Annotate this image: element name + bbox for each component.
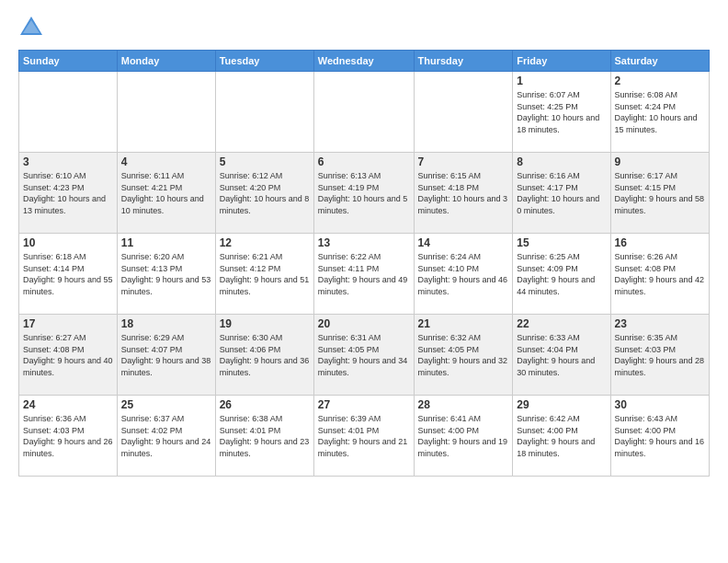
day-number: 19 [220,317,310,330]
calendar-cell: 27Sunrise: 6:39 AM Sunset: 4:01 PM Dayli… [313,396,414,477]
day-info: Sunrise: 6:27 AM Sunset: 4:08 PM Dayligh… [23,332,113,378]
calendar-cell: 14Sunrise: 6:24 AM Sunset: 4:10 PM Dayli… [414,234,513,315]
calendar-cell: 11Sunrise: 6:20 AM Sunset: 4:13 PM Dayli… [117,234,215,315]
calendar-cell: 22Sunrise: 6:33 AM Sunset: 4:04 PM Dayli… [513,315,610,396]
day-number: 28 [418,398,509,411]
col-header-thursday: Thursday [414,51,513,72]
calendar-cell: 2Sunrise: 6:08 AM Sunset: 4:24 PM Daylig… [610,72,709,153]
calendar-cell: 9Sunrise: 6:17 AM Sunset: 4:15 PM Daylig… [610,153,709,234]
day-number: 14 [418,236,509,249]
calendar-cell: 12Sunrise: 6:21 AM Sunset: 4:12 PM Dayli… [215,234,313,315]
header [18,15,710,40]
calendar-cell: 10Sunrise: 6:18 AM Sunset: 4:14 PM Dayli… [19,234,118,315]
day-info: Sunrise: 6:29 AM Sunset: 4:07 PM Dayligh… [121,332,211,378]
day-info: Sunrise: 6:38 AM Sunset: 4:01 PM Dayligh… [220,413,310,459]
calendar-cell [117,72,215,153]
day-info: Sunrise: 6:20 AM Sunset: 4:13 PM Dayligh… [121,251,211,297]
day-info: Sunrise: 6:33 AM Sunset: 4:04 PM Dayligh… [517,332,606,378]
col-header-tuesday: Tuesday [215,51,313,72]
page: SundayMondayTuesdayWednesdayThursdayFrid… [0,0,728,563]
day-info: Sunrise: 6:25 AM Sunset: 4:09 PM Dayligh… [517,251,606,297]
week-row-4: 24Sunrise: 6:36 AM Sunset: 4:03 PM Dayli… [19,396,710,477]
day-number: 24 [23,398,113,411]
day-info: Sunrise: 6:21 AM Sunset: 4:12 PM Dayligh… [220,251,310,297]
day-info: Sunrise: 6:31 AM Sunset: 4:05 PM Dayligh… [318,332,410,378]
day-info: Sunrise: 6:10 AM Sunset: 4:23 PM Dayligh… [23,170,113,216]
day-number: 10 [23,236,113,249]
logo-icon [18,15,44,40]
day-info: Sunrise: 6:24 AM Sunset: 4:10 PM Dayligh… [418,251,509,297]
calendar-cell: 16Sunrise: 6:26 AM Sunset: 4:08 PM Dayli… [610,234,709,315]
calendar-cell: 3Sunrise: 6:10 AM Sunset: 4:23 PM Daylig… [19,153,118,234]
day-number: 3 [23,155,113,168]
day-info: Sunrise: 6:13 AM Sunset: 4:19 PM Dayligh… [318,170,410,216]
day-number: 1 [517,75,606,87]
calendar-cell: 25Sunrise: 6:37 AM Sunset: 4:02 PM Dayli… [117,396,215,477]
day-number: 15 [517,236,606,249]
calendar-cell [215,72,313,153]
col-header-wednesday: Wednesday [313,51,414,72]
day-number: 18 [121,317,211,330]
day-number: 9 [615,155,705,168]
calendar-cell: 15Sunrise: 6:25 AM Sunset: 4:09 PM Dayli… [513,234,610,315]
calendar-cell: 4Sunrise: 6:11 AM Sunset: 4:21 PM Daylig… [117,153,215,234]
day-info: Sunrise: 6:16 AM Sunset: 4:17 PM Dayligh… [517,170,606,216]
day-info: Sunrise: 6:18 AM Sunset: 4:14 PM Dayligh… [23,251,113,297]
calendar-cell: 19Sunrise: 6:30 AM Sunset: 4:06 PM Dayli… [215,315,313,396]
calendar-cell: 17Sunrise: 6:27 AM Sunset: 4:08 PM Dayli… [19,315,118,396]
day-info: Sunrise: 6:26 AM Sunset: 4:08 PM Dayligh… [615,251,705,297]
col-header-saturday: Saturday [610,51,709,72]
day-number: 12 [220,236,310,249]
day-number: 13 [318,236,410,249]
day-number: 4 [121,155,211,168]
calendar-header-row: SundayMondayTuesdayWednesdayThursdayFrid… [19,51,710,72]
day-number: 25 [121,398,211,411]
day-number: 20 [318,317,410,330]
day-number: 2 [615,75,705,87]
day-number: 23 [615,317,705,330]
calendar-cell: 6Sunrise: 6:13 AM Sunset: 4:19 PM Daylig… [313,153,414,234]
col-header-friday: Friday [513,51,610,72]
week-row-0: 1Sunrise: 6:07 AM Sunset: 4:25 PM Daylig… [19,72,710,153]
day-info: Sunrise: 6:11 AM Sunset: 4:21 PM Dayligh… [121,170,211,216]
day-info: Sunrise: 6:08 AM Sunset: 4:24 PM Dayligh… [615,89,705,135]
col-header-monday: Monday [117,51,215,72]
day-info: Sunrise: 6:12 AM Sunset: 4:20 PM Dayligh… [220,170,310,216]
calendar-cell: 7Sunrise: 6:15 AM Sunset: 4:18 PM Daylig… [414,153,513,234]
day-info: Sunrise: 6:37 AM Sunset: 4:02 PM Dayligh… [121,413,211,459]
calendar-cell: 26Sunrise: 6:38 AM Sunset: 4:01 PM Dayli… [215,396,313,477]
day-info: Sunrise: 6:39 AM Sunset: 4:01 PM Dayligh… [318,413,410,459]
calendar-cell: 28Sunrise: 6:41 AM Sunset: 4:00 PM Dayli… [414,396,513,477]
day-number: 22 [517,317,606,330]
day-info: Sunrise: 6:41 AM Sunset: 4:00 PM Dayligh… [418,413,509,459]
calendar-cell: 1Sunrise: 6:07 AM Sunset: 4:25 PM Daylig… [513,72,610,153]
day-number: 29 [517,398,606,411]
calendar-cell: 29Sunrise: 6:42 AM Sunset: 4:00 PM Dayli… [513,396,610,477]
day-info: Sunrise: 6:07 AM Sunset: 4:25 PM Dayligh… [517,89,606,135]
calendar-cell: 23Sunrise: 6:35 AM Sunset: 4:03 PM Dayli… [610,315,709,396]
day-info: Sunrise: 6:22 AM Sunset: 4:11 PM Dayligh… [318,251,410,297]
day-number: 11 [121,236,211,249]
calendar-cell [414,72,513,153]
week-row-2: 10Sunrise: 6:18 AM Sunset: 4:14 PM Dayli… [19,234,710,315]
calendar-cell: 24Sunrise: 6:36 AM Sunset: 4:03 PM Dayli… [19,396,118,477]
day-number: 5 [220,155,310,168]
week-row-3: 17Sunrise: 6:27 AM Sunset: 4:08 PM Dayli… [19,315,710,396]
calendar-cell: 30Sunrise: 6:43 AM Sunset: 4:00 PM Dayli… [610,396,709,477]
logo [18,15,48,40]
day-info: Sunrise: 6:30 AM Sunset: 4:06 PM Dayligh… [220,332,310,378]
calendar-cell: 21Sunrise: 6:32 AM Sunset: 4:05 PM Dayli… [414,315,513,396]
calendar-cell [313,72,414,153]
week-row-1: 3Sunrise: 6:10 AM Sunset: 4:23 PM Daylig… [19,153,710,234]
day-info: Sunrise: 6:36 AM Sunset: 4:03 PM Dayligh… [23,413,113,459]
day-number: 21 [418,317,509,330]
day-number: 30 [615,398,705,411]
calendar-cell: 13Sunrise: 6:22 AM Sunset: 4:11 PM Dayli… [313,234,414,315]
calendar-cell [19,72,118,153]
calendar-cell: 5Sunrise: 6:12 AM Sunset: 4:20 PM Daylig… [215,153,313,234]
day-number: 6 [318,155,410,168]
calendar-cell: 8Sunrise: 6:16 AM Sunset: 4:17 PM Daylig… [513,153,610,234]
day-number: 17 [23,317,113,330]
day-number: 26 [220,398,310,411]
day-info: Sunrise: 6:43 AM Sunset: 4:00 PM Dayligh… [615,413,705,459]
